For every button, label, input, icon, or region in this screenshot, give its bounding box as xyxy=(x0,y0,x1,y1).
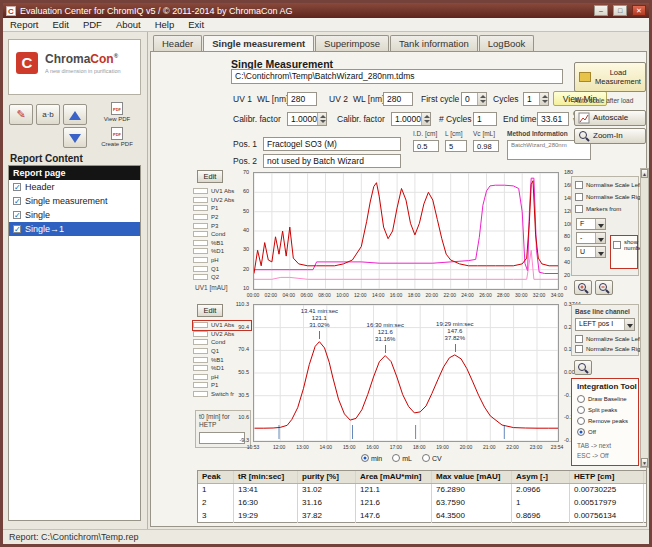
menu-pdf[interactable]: PDF xyxy=(76,19,109,30)
baseline-normalize-left-option[interactable]: Normalize Scale Left xyxy=(575,335,641,343)
radio-icon[interactable] xyxy=(577,428,585,436)
checkbox-icon[interactable] xyxy=(13,183,21,191)
tab-superimpose[interactable]: Superimpose xyxy=(315,35,389,52)
trace-swatch-icon xyxy=(193,188,208,194)
close-button[interactable]: ✕ xyxy=(632,5,646,16)
pos1-input[interactable]: Fractogel SO3 (M) xyxy=(263,137,401,151)
menu-report[interactable]: Report xyxy=(3,19,46,30)
menu-exit[interactable]: Exit xyxy=(181,19,211,30)
chevron-down-icon[interactable] xyxy=(595,233,605,243)
edit-top-chart-button[interactable]: Edit xyxy=(197,170,223,183)
scroll-up-icon[interactable]: ▲ xyxy=(641,169,648,178)
autoscale-button[interactable]: Autoscale xyxy=(574,110,646,126)
pos2-label: Pos. 2 xyxy=(233,156,257,166)
integration-off-option[interactable]: Off xyxy=(577,428,596,436)
checkbox-icon[interactable] xyxy=(13,197,21,205)
pos2-input[interactable]: not used by Batch Wizard xyxy=(263,154,401,168)
show-number-box: show number xyxy=(610,235,638,269)
brand-logo: C ChromaCon® A new dimension in purifica… xyxy=(8,39,141,95)
checkbox-icon[interactable] xyxy=(575,345,583,353)
tree-item-single-1[interactable]: Single→1 xyxy=(9,222,140,236)
unit-option-min[interactable]: min xyxy=(361,454,382,462)
chevron-down-icon[interactable] xyxy=(624,319,634,330)
edit-report-button[interactable]: ✎ xyxy=(9,104,33,125)
radio-icon[interactable] xyxy=(577,406,585,414)
main-area: Header Single measurement Superimpose Ta… xyxy=(148,32,649,529)
uv1-wl-input[interactable]: 280 xyxy=(287,92,317,106)
spinner-icon[interactable] xyxy=(477,93,486,105)
zoom-plus-button[interactable] xyxy=(574,280,592,295)
radio-icon[interactable] xyxy=(392,454,400,462)
checkbox-icon[interactable] xyxy=(575,205,583,213)
draw-baseline-option[interactable]: Draw Baseline xyxy=(577,395,627,403)
move-down-button[interactable] xyxy=(63,127,87,148)
marker-dropdown-2[interactable]: - xyxy=(576,232,606,244)
checkbox-icon[interactable] xyxy=(575,193,583,201)
tree-item-single-measurement[interactable]: Single measurement xyxy=(9,194,140,208)
load-measurement-button[interactable]: Load Measurement xyxy=(574,62,646,92)
baseline-channel-dropdown[interactable]: LEFT pos I xyxy=(575,318,635,331)
table-row[interactable]: 2 16:30 31.16 121.6 63.7590 1 0.00517979 xyxy=(198,497,646,510)
radio-icon[interactable] xyxy=(361,454,369,462)
tree-item-header[interactable]: Header xyxy=(9,180,140,194)
normalise-scale-right-option[interactable]: Normalise Scale Right xyxy=(575,193,645,201)
radio-icon[interactable] xyxy=(422,454,430,462)
tab-logbook[interactable]: LogBook xyxy=(479,35,535,52)
menu-edit[interactable]: Edit xyxy=(46,19,76,30)
radio-icon[interactable] xyxy=(577,395,585,403)
tab-single-measurement[interactable]: Single measurement xyxy=(203,35,314,52)
view-pdf-button[interactable]: View PDF xyxy=(95,102,139,124)
end-time-input[interactable]: 33.61 xyxy=(537,112,569,126)
show-number-option[interactable]: show number xyxy=(613,239,637,251)
remove-peaks-option[interactable]: Remove peaks xyxy=(577,417,628,425)
chevron-down-icon[interactable] xyxy=(595,247,605,257)
baseline-normalize-right-option[interactable]: Normalize Scale Right xyxy=(575,345,645,353)
unit-option-ml[interactable]: mL xyxy=(392,454,412,462)
normalise-scale-left-option[interactable]: Normalise Scale Left xyxy=(575,181,641,189)
radio-icon[interactable] xyxy=(577,417,585,425)
first-cycle-input[interactable]: 0 xyxy=(461,92,487,106)
tab-tank-information[interactable]: Tank information xyxy=(390,35,478,52)
cycles-input[interactable]: 1 xyxy=(523,92,549,106)
create-pdf-button[interactable]: Create PDF xyxy=(95,127,139,149)
spinner-icon[interactable] xyxy=(539,93,548,105)
calibr2-input[interactable]: 1.0000 xyxy=(391,112,431,126)
file-path-input[interactable]: C:\Contichrom\Temp\BatchWizard_280nm.tdm… xyxy=(231,69,563,84)
num-cycles-input[interactable]: 1 xyxy=(473,112,497,126)
edit-bottom-chart-button[interactable]: Edit xyxy=(197,304,223,317)
bottom-chart-x-axis: 10:5312:0013:0014:0015:0016:0017:0018:00… xyxy=(253,443,559,451)
calibr1-input[interactable]: 1.0000 xyxy=(287,112,327,126)
checkbox-icon[interactable] xyxy=(575,335,583,343)
marker-dropdown-3[interactable]: U xyxy=(576,246,606,258)
split-peaks-option[interactable]: Split peaks xyxy=(577,406,617,414)
maximize-button[interactable]: □ xyxy=(613,5,627,16)
bottom-chart-plot[interactable]: 13.41 min:sec121.131.02%16:30 min:sec121… xyxy=(253,304,559,442)
chevron-down-icon[interactable] xyxy=(595,219,605,229)
baseline-zoom-button[interactable] xyxy=(574,360,592,375)
unit-option-cv[interactable]: CV xyxy=(422,454,442,462)
tree-item-single[interactable]: Single xyxy=(9,208,140,222)
scroll-down-icon[interactable]: ▼ xyxy=(641,458,648,467)
markers-from-option[interactable]: Markers from xyxy=(575,205,621,213)
text-tool-button[interactable]: a·b xyxy=(36,104,60,125)
marker-dropdown-1[interactable]: F xyxy=(576,218,606,230)
menu-help[interactable]: Help xyxy=(148,19,182,30)
right-scrollbar[interactable]: ▲ ▼ xyxy=(640,168,649,468)
minimize-button[interactable]: – xyxy=(594,5,608,16)
checkbox-icon[interactable] xyxy=(575,181,583,189)
zoom-in-button[interactable]: Zoom-In xyxy=(574,128,646,144)
menu-about[interactable]: About xyxy=(109,19,148,30)
table-cell: 1 xyxy=(512,497,570,510)
uv2-wl-input[interactable]: 280 xyxy=(383,92,413,106)
checkbox-icon[interactable] xyxy=(13,225,21,233)
checkbox-icon[interactable] xyxy=(613,241,621,249)
table-row[interactable]: 1 13:41 31.02 121.1 76.2890 2.0966 0.007… xyxy=(198,484,646,497)
move-up-button[interactable] xyxy=(63,104,87,125)
tab-header[interactable]: Header xyxy=(153,35,202,52)
zoom-minus-button[interactable] xyxy=(595,280,613,295)
checkbox-icon[interactable] xyxy=(13,211,21,219)
table-row[interactable]: 3 19:29 37.82 147.6 64.3500 0.8696 0.007… xyxy=(198,510,646,523)
spinner-icon[interactable] xyxy=(317,113,326,125)
top-chart-plot[interactable] xyxy=(253,172,559,290)
spinner-icon[interactable] xyxy=(421,113,430,125)
